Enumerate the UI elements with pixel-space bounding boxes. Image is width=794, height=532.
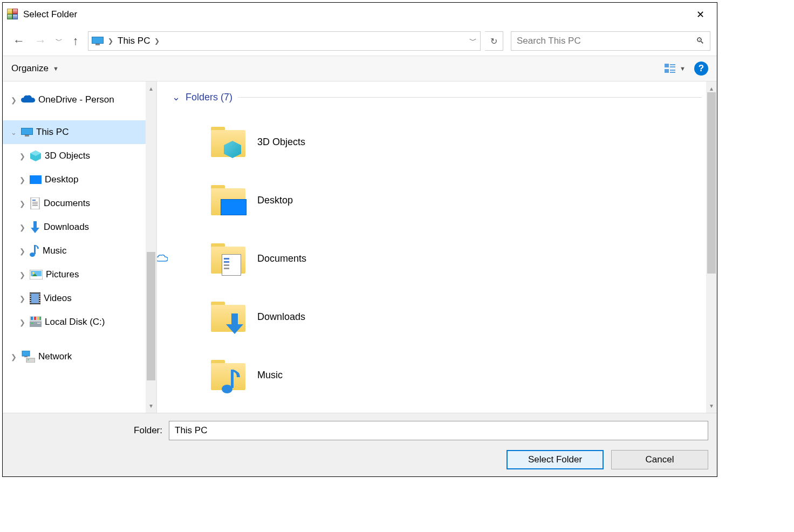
expand-icon[interactable]: ❯ — [9, 353, 18, 361]
tree-item-3d-objects[interactable]: ❯ 3D Objects — [3, 144, 156, 168]
organize-label: Organize — [11, 63, 49, 74]
expand-icon[interactable]: ❯ — [18, 152, 26, 160]
expand-icon[interactable]: ❯ — [18, 176, 26, 184]
expand-icon[interactable]: ❯ — [18, 247, 26, 255]
scroll-down-icon[interactable]: ▾ — [149, 402, 153, 410]
expand-icon[interactable]: ❯ — [18, 318, 26, 326]
select-folder-dialog: Select Folder ✕ ← → ﹀ ↑ ❯ This PC ❯ ﹀ ↻ … — [2, 2, 717, 477]
back-button[interactable]: ← — [9, 31, 29, 51]
svg-rect-30 — [30, 302, 31, 303]
folder-icon — [210, 301, 248, 333]
scroll-up-icon[interactable]: ▴ — [149, 85, 153, 92]
svg-rect-4 — [670, 70, 675, 71]
tree-item-onedrive[interactable]: ❯ OneDrive - Person — [3, 88, 156, 112]
scroll-up-icon[interactable]: ▴ — [710, 85, 713, 92]
svg-rect-12 — [32, 203, 38, 204]
tree-label: Local Disk (C:) — [45, 317, 105, 328]
tree-scrollbar[interactable]: ▴ ▾ — [146, 81, 156, 413]
svg-rect-36 — [30, 322, 42, 327]
documents-icon — [30, 197, 40, 209]
tree-item-pictures[interactable]: ❯ Pictures — [3, 263, 156, 287]
footer: Folder: Select Folder Cancel — [3, 413, 717, 476]
folder-label: Music — [257, 370, 283, 381]
tree-item-desktop[interactable]: ❯ Desktop — [3, 168, 156, 192]
svg-rect-10 — [32, 200, 36, 201]
address-bar[interactable]: ❯ This PC ❯ ﹀ — [88, 31, 481, 51]
svg-rect-41 — [34, 317, 36, 320]
tree-item-local-disk[interactable]: ❯ Local Disk (C:) — [3, 310, 156, 334]
content-scrollbar[interactable]: ▴ ▾ — [706, 81, 717, 413]
tree-item-documents[interactable]: ❯ Documents — [3, 192, 156, 215]
search-input[interactable]: Search This PC 🔍︎ — [511, 31, 710, 51]
svg-rect-37 — [31, 323, 33, 324]
expand-icon[interactable]: ❯ — [18, 295, 26, 303]
pc-icon — [92, 37, 104, 45]
organize-button[interactable]: Organize ▼ — [11, 63, 59, 74]
folder-name-input[interactable] — [169, 421, 708, 440]
folder-icon — [210, 242, 248, 275]
address-dropdown-icon[interactable]: ﹀ — [469, 36, 477, 46]
svg-rect-48 — [231, 313, 238, 324]
tree-item-music[interactable]: ❯ Music — [3, 239, 156, 263]
up-button[interactable]: ↑ — [67, 34, 84, 48]
folder-field-label: Folder: — [11, 425, 162, 436]
music-icon — [30, 245, 39, 257]
dialog-title: Select Folder — [23, 9, 688, 20]
expand-icon[interactable]: ❯ — [18, 223, 26, 231]
folder-item-music[interactable]: Music — [172, 346, 702, 404]
tree-item-videos[interactable]: ❯ Videos — [3, 287, 156, 310]
svg-rect-51 — [231, 370, 234, 388]
tree-label: Music — [43, 245, 66, 256]
folder-item-downloads[interactable]: Downloads — [172, 288, 702, 346]
svg-marker-49 — [226, 324, 243, 334]
svg-marker-15 — [31, 228, 39, 233]
expand-icon[interactable]: ❯ — [18, 200, 26, 208]
forward-button[interactable]: → — [31, 31, 50, 51]
divider — [238, 97, 702, 98]
svg-rect-3 — [665, 69, 669, 73]
folder-label: Downloads — [257, 311, 305, 323]
chevron-right-icon: ❯ — [108, 37, 113, 45]
chevron-right-icon[interactable]: ❯ — [154, 37, 160, 45]
tree-label: 3D Objects — [45, 151, 90, 161]
select-folder-button[interactable]: Select Folder — [506, 450, 604, 469]
refresh-button[interactable]: ↻ — [485, 31, 503, 51]
expand-icon[interactable]: ❯ — [18, 271, 26, 279]
folder-item-desktop[interactable]: Desktop — [172, 171, 702, 229]
scroll-thumb[interactable] — [707, 92, 716, 274]
folder-icon — [210, 184, 248, 216]
chevron-down-icon: ⌄ — [172, 91, 180, 103]
document-icon — [222, 254, 241, 276]
folder-icon — [210, 126, 248, 158]
view-options-button[interactable]: ▼ — [665, 64, 686, 73]
tree-item-this-pc[interactable]: ⌄ This PC — [3, 120, 156, 144]
onedrive-icon — [21, 95, 35, 105]
tree-item-network[interactable]: ❯ Network — [3, 345, 156, 369]
address-location[interactable]: This PC — [118, 36, 150, 46]
toolbar: Organize ▼ ▼ ? — [3, 56, 717, 81]
expand-icon[interactable]: ❯ — [9, 96, 18, 104]
tree-label: This PC — [36, 127, 69, 138]
collapse-icon[interactable]: ⌄ — [9, 128, 18, 137]
search-placeholder: Search This PC — [517, 36, 581, 46]
chevron-down-icon: ▼ — [680, 65, 686, 72]
svg-rect-2 — [670, 66, 675, 67]
recent-locations-button[interactable]: ﹀ — [52, 36, 65, 46]
svg-rect-34 — [39, 300, 40, 301]
folder-item-3d-objects[interactable]: 3D Objects — [172, 113, 702, 171]
tree-label: Downloads — [44, 222, 89, 233]
svg-rect-5 — [670, 72, 675, 73]
close-button[interactable]: ✕ — [688, 6, 713, 23]
folder-item-documents[interactable]: Documents — [172, 229, 702, 288]
pc-icon — [21, 128, 33, 137]
scroll-thumb[interactable] — [147, 252, 155, 380]
cancel-button[interactable]: Cancel — [611, 450, 708, 469]
app-icon — [7, 9, 19, 21]
help-button[interactable]: ? — [694, 62, 708, 76]
scroll-down-icon[interactable]: ▾ — [710, 402, 713, 410]
folders-group-header[interactable]: ⌄ Folders (7) — [172, 91, 702, 103]
desktop-icon — [221, 199, 247, 215]
tree-item-downloads[interactable]: ❯ Downloads — [3, 215, 156, 239]
navigation-tree: ❯ OneDrive - Person ⌄ This PC ❯ 3D Objec… — [3, 81, 157, 413]
svg-rect-23 — [31, 294, 39, 303]
